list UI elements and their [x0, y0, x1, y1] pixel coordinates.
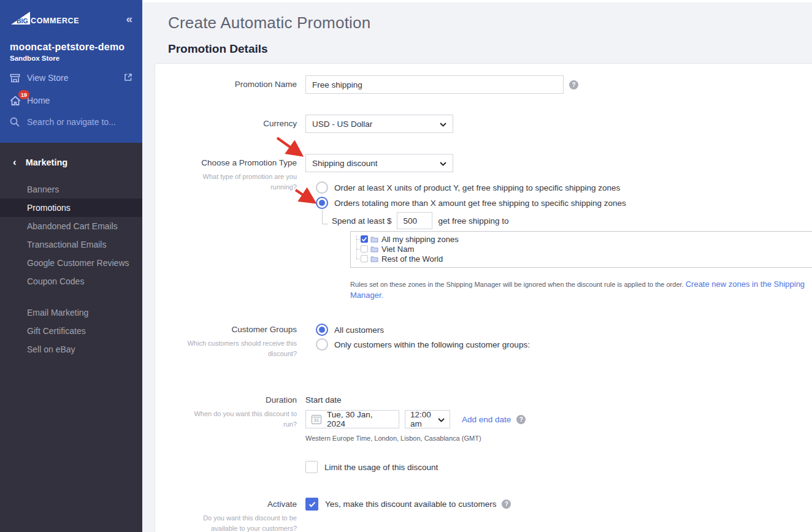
currency-label: Currency	[155, 115, 297, 128]
start-date-input[interactable]: 31 Tue, 30 Jan, 2024	[305, 410, 399, 428]
zones-note-text: Rules set on these zones in the Shipping…	[350, 281, 686, 288]
zone-label: Rest of the World	[381, 254, 443, 264]
promo-option-units-label: Order at least X units of product Y, get…	[334, 183, 620, 192]
activate-checkbox-label: Yes, make this discount available to cus…	[325, 500, 496, 509]
shipping-zones-box: All my shipping zones Viet Nam	[350, 231, 812, 268]
radio-unselected-icon[interactable]	[316, 338, 328, 351]
radio-unselected-icon[interactable]	[316, 181, 328, 194]
menu-back-marketing[interactable]: ‹ Marketing	[0, 157, 142, 167]
zone-row-rest-of-world[interactable]: Rest of the World	[361, 254, 812, 264]
activate-helper: Do you want this discount to be availabl…	[155, 513, 297, 532]
promo-option-total-label: Orders totaling more than X amount get f…	[334, 199, 626, 208]
promotion-type-label: Choose a Promotion Type	[155, 154, 297, 167]
zone-label: All my shipping zones	[381, 235, 459, 244]
page-title: Create Automatic Promotion	[168, 13, 812, 32]
logo-big-text: BIG	[17, 17, 28, 25]
sidebar-item-abandoned-cart-emails[interactable]: Abandoned Cart Emails	[0, 217, 142, 235]
start-time-value: 12:00 am	[410, 410, 438, 428]
sidebar: BIG COMMERCE « mooncat-petstore-demo San…	[0, 0, 142, 532]
logo-commerce-text: COMMERCE	[31, 17, 79, 25]
sidebar-collapse-icon[interactable]: «	[126, 13, 132, 25]
sidebar-item-email-marketing[interactable]: Email Marketing	[0, 303, 142, 322]
promo-option-units-radio-row[interactable]: Order at least X units of product Y, get…	[316, 181, 812, 194]
promotion-type-helper: What type of promotion are you running?	[155, 172, 297, 192]
folder-icon	[370, 236, 378, 243]
zone-label: Viet Nam	[381, 245, 414, 254]
promotion-name-input[interactable]	[305, 75, 564, 94]
sidebar-item-coupon-codes[interactable]: Coupon Codes	[0, 272, 142, 291]
checkbox-unchecked-icon[interactable]	[361, 255, 368, 262]
start-date-value: Tue, 30 Jan, 2024	[327, 410, 393, 428]
chevron-down-icon	[440, 159, 446, 168]
help-icon[interactable]: ?	[516, 415, 526, 424]
all-customers-radio-row[interactable]: All customers	[316, 324, 530, 336]
help-icon[interactable]: ?	[569, 80, 578, 89]
view-store-label: View Store	[27, 73, 68, 83]
customer-groups-helper: Which customers should receive this disc…	[155, 338, 297, 359]
promotion-type-select[interactable]: Shipping discount	[305, 154, 453, 172]
search-icon	[10, 117, 27, 127]
bigcommerce-logo-icon: BIG COMMERCE	[10, 10, 85, 26]
folder-icon	[370, 256, 378, 262]
checkbox-checked-icon[interactable]	[361, 235, 368, 243]
spend-threshold-row: Spend at least $ get free shipping to	[305, 212, 812, 229]
only-groups-radio-row[interactable]: Only customers within the following cust…	[316, 338, 530, 351]
sidebar-item-sell-on-ebay[interactable]: Sell on eBay	[0, 340, 142, 359]
menu-title: Marketing	[26, 158, 68, 167]
calendar-icon: 31	[312, 415, 321, 424]
storefront-icon	[10, 74, 27, 83]
spend-suffix: get free shipping to	[439, 216, 509, 226]
checkbox-unchecked-icon[interactable]	[361, 245, 368, 253]
checkbox-unchecked-icon[interactable]	[305, 461, 318, 473]
promotion-type-row: Choose a Promotion Type What type of pro…	[155, 154, 812, 300]
activate-row: Activate Do you want this discount to be…	[155, 498, 812, 532]
sidebar-item-home[interactable]: 19 Home	[10, 94, 132, 107]
sidebar-item-google-customer-reviews[interactable]: Google Customer Reviews	[0, 254, 142, 272]
main-content: Create Automatic Promotion Promotion Det…	[142, 0, 812, 532]
sidebar-item-transactional-emails[interactable]: Transactional Emails	[0, 235, 142, 254]
section-title: Promotion Details	[168, 42, 812, 56]
checkbox-checked-icon[interactable]	[305, 498, 318, 511]
chevron-down-icon	[438, 415, 445, 424]
sidebar-item-banners[interactable]: Banners	[0, 180, 142, 199]
sidebar-store-panel: BIG COMMERCE « mooncat-petstore-demo San…	[0, 0, 142, 143]
store-type-label: Sandbox Store	[10, 55, 132, 62]
limit-usage-label: Limit the usage of this discount	[324, 463, 438, 472]
sidebar-search[interactable]: Search or navigate to...	[10, 117, 132, 127]
sidebar-item-view-store[interactable]: View Store	[10, 71, 132, 85]
currency-select-value: USD - US Dollar	[312, 120, 372, 129]
home-icon: 19	[10, 96, 27, 105]
spend-amount-input[interactable]	[397, 212, 432, 229]
sidebar-item-gift-certificates[interactable]: Gift Certificates	[0, 322, 142, 340]
limit-usage-row[interactable]: Limit the usage of this discount	[305, 461, 812, 473]
activate-label: Activate	[155, 498, 297, 509]
external-link-icon	[124, 73, 132, 83]
promotion-name-label: Promotion Name	[155, 75, 297, 89]
start-time-select[interactable]: 12:00 am	[405, 410, 450, 428]
duration-helper: When do you want this discount to run?	[155, 409, 297, 429]
radio-selected-icon[interactable]	[316, 324, 328, 336]
chevron-left-icon: ‹	[13, 157, 17, 167]
promotion-details-card: Promotion Name ? Currency USD - US Dolla…	[155, 63, 812, 532]
store-name: mooncat-petstore-demo	[10, 42, 132, 53]
zone-row-vietnam[interactable]: Viet Nam	[361, 244, 812, 254]
start-date-label: Start date	[305, 395, 526, 405]
promotion-type-select-value: Shipping discount	[312, 159, 378, 168]
radio-selected-icon[interactable]	[316, 197, 328, 209]
sidebar-menu: ‹ Marketing Banners Promotions Abandoned…	[0, 143, 142, 532]
add-end-date-link[interactable]: Add end date	[462, 415, 511, 424]
currency-select[interactable]: USD - US Dollar	[305, 115, 453, 133]
currency-row: Currency USD - US Dollar	[155, 115, 812, 133]
help-icon[interactable]: ?	[502, 500, 511, 509]
chevron-down-icon	[440, 120, 446, 129]
all-customers-label: All customers	[334, 325, 384, 335]
customer-groups-label: Customer Groups	[155, 324, 297, 334]
promo-option-total-radio-row[interactable]: Orders totaling more than X amount get f…	[316, 197, 812, 209]
promotion-name-row: Promotion Name ?	[155, 75, 812, 94]
sidebar-item-promotions[interactable]: Promotions	[0, 199, 142, 217]
timezone-note: Western Europe Time, London, Lisbon, Cas…	[305, 435, 526, 442]
zones-note: Rules set on these zones in the Shipping…	[350, 278, 812, 300]
app-window: BIG COMMERCE « mooncat-petstore-demo San…	[0, 0, 812, 532]
zone-row-all[interactable]: All my shipping zones	[361, 234, 812, 244]
duration-row: Duration When do you want this discount …	[155, 395, 812, 442]
